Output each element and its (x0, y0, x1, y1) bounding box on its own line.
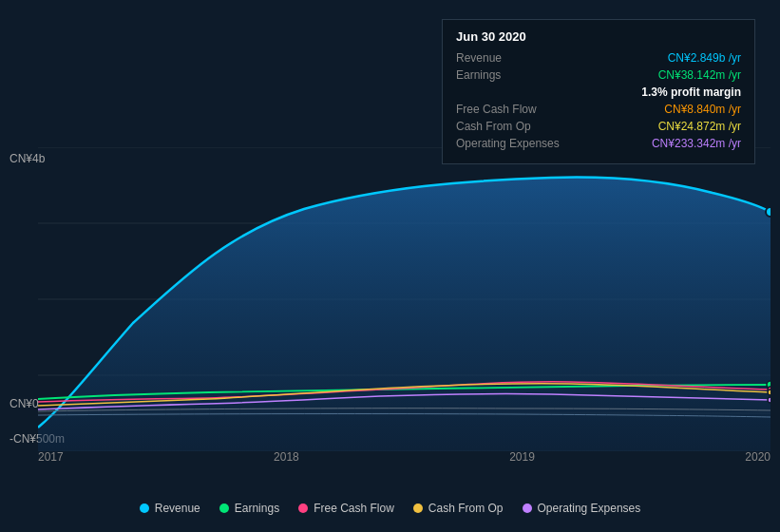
x-label-2020: 2020 (745, 450, 770, 464)
legend-dot-cfo (413, 504, 423, 513)
svg-point-6 (766, 207, 770, 217)
legend-dot-opex (523, 504, 532, 513)
tooltip-opex-row: Operating Expenses CN¥233.342m /yr (456, 137, 741, 150)
x-label-2019: 2019 (509, 450, 535, 464)
legend-label-cfo: Cash From Op (428, 502, 504, 515)
tooltip-margin-row: 1.3% profit margin (456, 86, 741, 99)
legend-label-revenue: Revenue (155, 502, 200, 515)
tooltip-revenue-row: Revenue CN¥2.849b /yr (456, 51, 741, 65)
legend-opex[interactable]: Operating Expenses (523, 502, 641, 515)
legend-fcf[interactable]: Free Cash Flow (298, 502, 394, 515)
svg-point-10 (768, 397, 770, 403)
tooltip-earnings-value: CN¥38.142m /yr (658, 68, 741, 82)
tooltip-margin-value: 1.3% profit margin (641, 86, 741, 99)
tooltip-date: Jun 30 2020 (456, 29, 741, 44)
tooltip-fcf-label: Free Cash Flow (456, 103, 537, 116)
x-axis: 2017 2018 2019 2020 (38, 450, 770, 464)
legend-label-earnings: Earnings (235, 502, 279, 515)
legend-label-opex: Operating Expenses (538, 502, 641, 515)
legend-dot-earnings (219, 504, 229, 513)
tooltip-opex-value: CN¥233.342m /yr (652, 137, 741, 150)
legend-dot-revenue (140, 504, 149, 513)
tooltip-earnings-row: Earnings CN¥38.142m /yr (456, 68, 741, 82)
tooltip: Jun 30 2020 Revenue CN¥2.849b /yr Earnin… (442, 19, 755, 164)
legend-earnings[interactable]: Earnings (219, 502, 279, 515)
x-label-2018: 2018 (274, 450, 299, 464)
tooltip-revenue-value: CN¥2.849b /yr (668, 51, 741, 65)
legend-revenue[interactable]: Revenue (140, 502, 200, 515)
tooltip-cfo-row: Cash From Op CN¥24.872m /yr (456, 120, 741, 133)
tooltip-opex-label: Operating Expenses (456, 137, 560, 150)
svg-point-9 (768, 390, 770, 395)
legend-cfo[interactable]: Cash From Op (413, 502, 504, 515)
x-label-2017: 2017 (38, 450, 64, 464)
chart-container: CN¥4b CN¥0 -CN¥500m (0, 0, 780, 532)
tooltip-cfo-value: CN¥24.872m /yr (658, 120, 741, 133)
y-label-mid: CN¥0 (10, 397, 39, 410)
tooltip-revenue-label: Revenue (456, 51, 502, 65)
tooltip-fcf-row: Free Cash Flow CN¥8.840m /yr (456, 103, 741, 116)
legend: Revenue Earnings Free Cash Flow Cash Fro… (0, 502, 780, 515)
tooltip-earnings-label: Earnings (456, 68, 501, 82)
chart-svg (38, 147, 770, 451)
tooltip-cfo-label: Cash From Op (456, 120, 531, 133)
legend-label-fcf: Free Cash Flow (314, 502, 394, 515)
tooltip-fcf-value: CN¥8.840m /yr (664, 103, 741, 116)
legend-dot-fcf (298, 504, 308, 513)
